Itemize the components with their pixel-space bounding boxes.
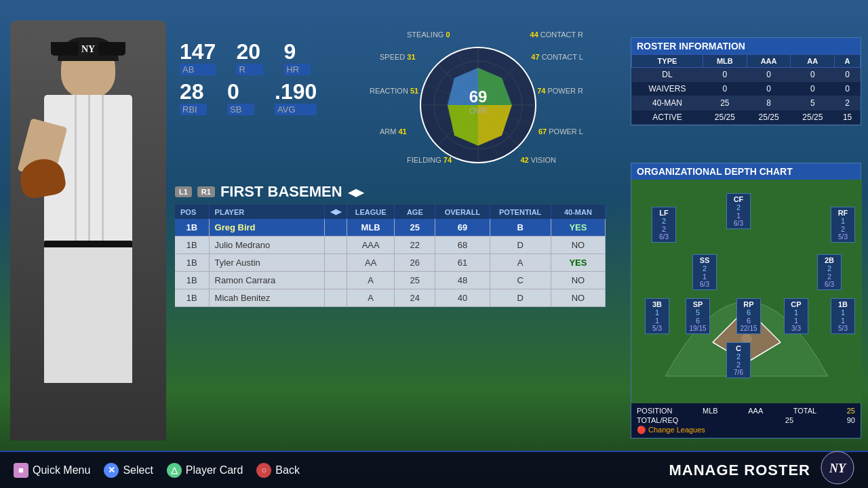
table-row[interactable]: 1B Tyler Austin AA 26 61 A YES <box>175 254 606 272</box>
table-row[interactable]: 1B Greg Bird MLB 25 69 B YES <box>175 219 606 237</box>
col-league: AAA <box>347 237 395 254</box>
cross-icon: ✕ <box>104 463 119 478</box>
col-nav <box>325 272 347 289</box>
table-row[interactable]: 1B Ramon Carrara A 25 48 C NO <box>175 272 606 289</box>
roster-mlb: 0 <box>703 68 747 82</box>
col-potential: B <box>490 219 551 237</box>
stat-rbi: 28 RBI <box>180 81 207 115</box>
roster-aa: 0 <box>791 82 835 96</box>
col-40man: NO <box>551 289 605 307</box>
roster-row: 40-MAN 25 8 5 2 <box>632 96 861 110</box>
col-overall: 48 <box>435 272 490 289</box>
col-overall: 40 <box>435 289 490 307</box>
pos-2b: 2B 2 2 6/3 <box>817 254 842 290</box>
col-player: Julio Medrano <box>209 237 324 254</box>
col-potential: POTENTIAL <box>490 205 551 219</box>
col-potential: D <box>490 237 551 254</box>
radar-chart: 69 OVR <box>414 41 542 169</box>
pos-cf: CF 2 1 6/3 <box>726 193 751 229</box>
select-label: Select <box>123 464 153 476</box>
position-header: L1 R1 FIRST BASEMEN ◀▶ <box>175 183 606 201</box>
select-control[interactable]: ✕ Select <box>104 463 153 478</box>
col-pos: 1B <box>175 254 209 272</box>
col-40man: YES <box>551 254 605 272</box>
col-40man: NO <box>551 237 605 254</box>
col-overall: 68 <box>435 237 490 254</box>
depth-chart-panel: ORGANIZATIONAL DEPTH CHART LF 2 2 6/3 CF <box>631 163 861 439</box>
attr-arm-label: ARM 41 <box>380 127 407 136</box>
col-league: A <box>347 272 395 289</box>
roster-aaa: 0 <box>747 82 791 96</box>
col-mlb: MLB <box>703 55 747 68</box>
attr-speed-label: SPEED 31 <box>380 53 416 61</box>
roster-type: ACTIVE <box>632 110 703 125</box>
radar-area: STEALING 0 44 CONTACT R SPEED 31 47 CONT… <box>366 27 590 197</box>
attr-powerl-label: 67 POWER L <box>538 127 583 136</box>
pos-1b: 1B 1 1 5/3 <box>831 298 855 334</box>
col-40man: 40-MAN <box>551 205 605 219</box>
col-player: Tyler Austin <box>209 254 324 272</box>
roster-table: TYPE MLB AAA AA A DL 0 0 0 0 WAIVERS 0 0… <box>631 54 861 125</box>
square-icon: ■ <box>14 463 28 478</box>
col-40man: YES <box>551 219 605 237</box>
col-age: 26 <box>395 254 435 272</box>
col-league: MLB <box>347 219 395 237</box>
attr-contactr-label: 44 CONTACT R <box>530 30 583 39</box>
stat-ab: 147 AB <box>180 41 216 75</box>
bottom-bar: ■ Quick Menu ✕ Select △ Player Card ○ Ba… <box>0 451 868 488</box>
nav-arrows[interactable]: ◀▶ <box>348 186 364 199</box>
stat-sb: 0 SB <box>227 81 254 115</box>
r1-badge[interactable]: R1 <box>197 186 215 197</box>
circle-icon: ○ <box>256 463 271 478</box>
roster-a: 0 <box>835 68 861 82</box>
pos-rf: RF 1 2 5/3 <box>831 207 855 243</box>
back-control[interactable]: ○ Back <box>256 463 300 478</box>
col-aaa: AAA <box>747 55 791 68</box>
roster-mlb: 25/25 <box>703 110 747 125</box>
col-nav <box>325 254 347 272</box>
position-title: FIRST BASEMEN <box>220 183 342 201</box>
svg-text:NY: NY <box>829 462 847 475</box>
pos-ss: SS 2 1 6/3 <box>692 254 717 290</box>
player-card-control[interactable]: △ Player Card <box>167 463 243 478</box>
player-stats: 147 AB 20 R 9 HR 28 RBI 0 SB .190 AVG <box>180 41 317 121</box>
col-aa: AA <box>791 55 835 68</box>
col-player: Micah Benitez <box>209 289 324 307</box>
roster-a: 0 <box>835 82 861 96</box>
col-age: 24 <box>395 289 435 307</box>
roster-mlb: 0 <box>703 82 747 96</box>
table-row[interactable]: 1B Micah Benitez A 24 40 D NO <box>175 289 606 307</box>
stat-hr: 9 HR <box>283 41 311 75</box>
field-container: LF 2 2 6/3 CF 2 1 6/3 RF 1 2 5/3 SS 2 1 … <box>631 180 862 403</box>
col-age: 22 <box>395 237 435 254</box>
col-pos: 1B <box>175 219 209 237</box>
triangle-icon: △ <box>167 463 182 478</box>
col-pos: 1B <box>175 272 209 289</box>
roster-info-panel: ROSTER INFORMATION TYPE MLB AAA AA A DL … <box>631 37 861 125</box>
attr-powerr-label: 74 POWER R <box>537 87 583 95</box>
roster-type: WAIVERS <box>632 82 703 96</box>
pos-sp: SP 5 6 19/15 <box>686 298 710 334</box>
table-row[interactable]: 1B Julio Medrano AAA 22 68 D NO <box>175 237 606 254</box>
quick-menu-control[interactable]: ■ Quick Menu <box>14 463 90 478</box>
col-overall: 61 <box>435 254 490 272</box>
roster-type: DL <box>632 68 703 82</box>
roster-aa: 5 <box>791 96 835 110</box>
roster-type: 40-MAN <box>632 96 703 110</box>
quick-menu-label: Quick Menu <box>33 464 90 476</box>
pos-3b: 3B 1 1 5/3 <box>645 298 669 334</box>
roster-aa: 0 <box>791 68 835 82</box>
l1-badge[interactable]: L1 <box>175 186 192 197</box>
player-table: POS PLAYER ◀▶ LEAGUE AGE OVERALL POTENTI… <box>175 205 606 307</box>
attr-reaction-label: REACTION 51 <box>370 87 418 95</box>
player-figure: NY <box>10 20 166 441</box>
main-table-area: L1 R1 FIRST BASEMEN ◀▶ POS PLAYER ◀▶ LEA… <box>175 183 606 307</box>
col-player: PLAYER <box>209 205 324 219</box>
col-player: Ramon Carrara <box>209 272 324 289</box>
roster-a: 15 <box>835 110 861 125</box>
pos-c: C 2 2 7/6 <box>726 342 751 378</box>
roster-row: WAIVERS 0 0 0 0 <box>632 82 861 96</box>
col-player: Greg Bird <box>209 219 324 237</box>
col-type: TYPE <box>632 55 703 68</box>
col-pos: POS <box>175 205 209 219</box>
